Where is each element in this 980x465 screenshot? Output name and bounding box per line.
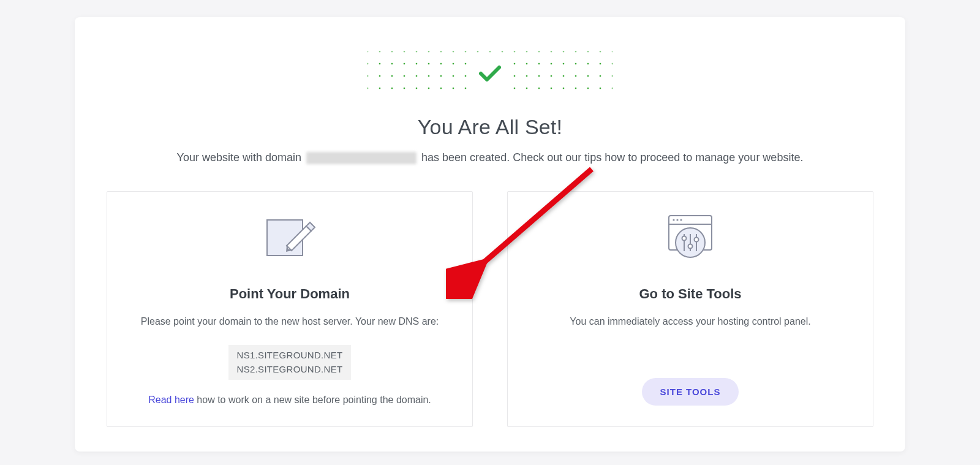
checkmark-icon [479,65,501,82]
site-tools-description: You can immediately access your hosting … [570,314,810,329]
dns-list: NS1.SITEGROUND.NET NS2.SITEGROUND.NET [228,345,352,380]
point-domain-footnote: Read here how to work on a new site befo… [148,395,431,406]
pencil-edit-icon [263,213,316,262]
settings-browser-icon [664,213,717,262]
svg-point-14 [688,244,693,249]
footnote-text: how to work on a new site before pointin… [194,395,431,405]
read-here-link[interactable]: Read here [148,395,194,405]
subtitle-after: has been created. Check out our tips how… [421,151,803,164]
domain-placeholder-blurred [306,152,417,164]
page-subtitle: Your website with domain has been create… [107,151,873,164]
svg-point-16 [695,238,699,242]
site-tools-card: Go to Site Tools You can immediately acc… [507,191,873,427]
svg-point-8 [676,219,678,221]
checkmark-wrapper [472,55,508,92]
success-decoration [368,51,612,96]
dns-entry: NS1.SITEGROUND.NET [237,349,343,363]
site-tools-button[interactable]: SITE TOOLS [642,378,739,406]
site-tools-title: Go to Site Tools [639,286,741,302]
cards-row: Point Your Domain Please point your doma… [107,191,873,427]
subtitle-before: Your website with domain [177,151,301,164]
dns-entry: NS2.SITEGROUND.NET [237,363,343,377]
point-domain-title: Point Your Domain [230,286,350,302]
page-title: You Are All Set! [107,115,873,139]
point-domain-card: Point Your Domain Please point your doma… [107,191,473,427]
confirmation-panel: You Are All Set! Your website with domai… [75,17,905,452]
svg-point-7 [673,219,674,221]
svg-point-9 [680,219,682,221]
success-header: You Are All Set! Your website with domai… [107,51,873,164]
point-domain-description: Please point your domain to the new host… [141,314,439,329]
svg-point-12 [682,236,687,241]
